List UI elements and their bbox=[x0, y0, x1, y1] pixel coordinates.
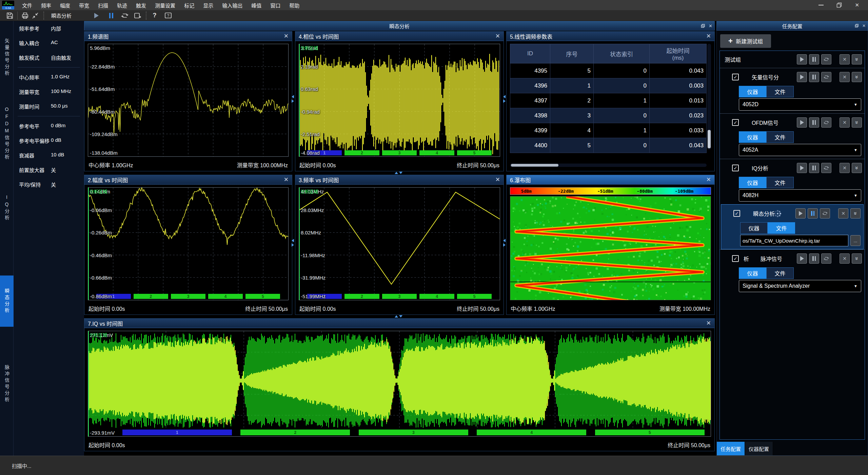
param-参考电平[interactable]: 参考电平0 dBm bbox=[14, 119, 84, 133]
minimize-icon[interactable] bbox=[818, 5, 824, 5]
pause-button[interactable] bbox=[809, 54, 819, 64]
param-前置放大器[interactable]: 前置放大器关 bbox=[14, 163, 84, 177]
sidebar-tab-1[interactable]: 矢量信号分析 bbox=[0, 32, 14, 83]
close-button[interactable]: ✕ bbox=[840, 163, 850, 173]
collapse-button[interactable]: » bbox=[852, 117, 862, 128]
loop-button[interactable] bbox=[821, 72, 831, 82]
splitter-handle[interactable] bbox=[502, 94, 506, 104]
sidebar-tab-5[interactable]: 脉冲信号分析 bbox=[0, 356, 14, 413]
new-window-button[interactable] bbox=[133, 11, 143, 20]
table-row[interactable]: 4396100.003 bbox=[510, 78, 707, 93]
sidebar-tab-2[interactable]: OFDM信号分析 bbox=[0, 101, 14, 166]
menu-item-2[interactable]: 频率 bbox=[37, 2, 56, 9]
device-dropdown[interactable]: 4082H▼ bbox=[739, 189, 861, 202]
close-button[interactable]: ✕ bbox=[840, 253, 850, 264]
task-item-header[interactable]: ✓OFDM信号✕» bbox=[720, 114, 865, 131]
workspace-titlebar[interactable]: 瞬态分析 ✕ bbox=[84, 21, 715, 31]
table-row[interactable]: 4398300.023 bbox=[510, 108, 707, 123]
column-header[interactable]: ID bbox=[510, 44, 550, 63]
loop-button[interactable] bbox=[821, 117, 831, 128]
task-item-header[interactable]: ✓矢量信号分✕» bbox=[720, 69, 865, 85]
float-icon[interactable] bbox=[855, 24, 859, 28]
param-触发模式[interactable]: 触发模式自由触发 bbox=[14, 50, 84, 65]
column-header[interactable]: 状态索引 bbox=[594, 44, 650, 63]
device-dropdown[interactable]: Signal & Spectrum Analyzer▼ bbox=[739, 280, 861, 292]
close-icon[interactable]: ✕ bbox=[706, 320, 711, 327]
help-icon[interactable]: ? bbox=[150, 11, 160, 20]
instrument-tab[interactable]: 仪器 bbox=[739, 86, 766, 97]
checkbox[interactable]: ✓ bbox=[732, 165, 739, 171]
pause-button[interactable] bbox=[809, 72, 819, 82]
collapse-button[interactable]: » bbox=[852, 253, 862, 264]
loop-button[interactable] bbox=[821, 253, 831, 264]
panel-frequency-titlebar[interactable]: 3.频率 vs 时间图✕ bbox=[295, 175, 504, 185]
splitter-handle[interactable] bbox=[393, 314, 403, 318]
menu-item-5[interactable]: 扫描 bbox=[94, 2, 113, 9]
horizontal-scrollbar[interactable] bbox=[510, 164, 707, 167]
table-row[interactable]: 4400500.043 bbox=[510, 138, 707, 153]
close-icon[interactable]: ✕ bbox=[495, 176, 500, 183]
close-icon[interactable]: ✕ bbox=[862, 23, 866, 28]
instrument-tab[interactable]: 仪器 bbox=[740, 222, 768, 234]
panel-amplitude-titlebar[interactable]: 2.幅度 vs 时间图✕ bbox=[84, 175, 292, 185]
file-tab[interactable]: 文件 bbox=[766, 267, 794, 279]
instrument-tab[interactable]: 仪器 bbox=[739, 267, 766, 279]
close-icon[interactable]: ✕ bbox=[706, 33, 711, 40]
collapse-button[interactable]: » bbox=[852, 163, 862, 173]
file-tab[interactable]: 文件 bbox=[766, 86, 794, 97]
loop-button[interactable] bbox=[821, 54, 831, 64]
menu-item-13[interactable]: 窗口 bbox=[266, 2, 285, 9]
play-button[interactable] bbox=[795, 208, 806, 218]
instrument-tab[interactable]: 仪器 bbox=[739, 177, 766, 188]
close-icon[interactable]: ✕ bbox=[709, 23, 712, 28]
dock-tab-2[interactable]: 仪器配置 bbox=[745, 442, 773, 455]
play-button[interactable] bbox=[797, 253, 807, 264]
panel-phase-titlebar[interactable]: 4.相位 vs 时间图✕ bbox=[295, 32, 504, 41]
param-衰减器[interactable]: 衰减器10 dB bbox=[14, 148, 84, 163]
table-row[interactable]: 4395500.043 bbox=[510, 63, 707, 78]
pause-button[interactable] bbox=[809, 117, 819, 128]
dock-tab-1[interactable]: 任务配置 bbox=[717, 442, 745, 455]
table-row[interactable]: 4399410.033 bbox=[510, 123, 707, 138]
file-path-input[interactable]: os/Ta/Ta_CW_UpDownChirp.iq.tar bbox=[740, 235, 848, 246]
instrument-tab[interactable]: 仪器 bbox=[739, 131, 766, 143]
menu-item-6[interactable]: 轨迹 bbox=[113, 2, 132, 9]
pause-button[interactable] bbox=[808, 208, 818, 218]
task-item-header[interactable]: ✓IQ分析✕» bbox=[720, 160, 865, 176]
sidebar-tab-4[interactable]: 瞬态分析 bbox=[0, 276, 14, 327]
collapse-button[interactable]: » bbox=[850, 208, 861, 218]
device-dropdown[interactable]: 4052A▼ bbox=[739, 144, 861, 156]
param-平均/保持[interactable]: 平均/保持关 bbox=[14, 177, 84, 192]
menu-item-9[interactable]: 标记 bbox=[180, 2, 199, 9]
device-dropdown[interactable]: 4052D▼ bbox=[739, 98, 861, 111]
menu-item-14[interactable]: 帮助 bbox=[285, 2, 304, 9]
splitter-handle[interactable] bbox=[291, 238, 295, 248]
menu-item-10[interactable]: 显示 bbox=[199, 2, 218, 9]
panel-table-titlebar[interactable]: 5.线性调频参数表✕ bbox=[507, 32, 714, 41]
play-button[interactable] bbox=[797, 117, 807, 128]
param-测量时间[interactable]: 测量时间50.0 μs bbox=[14, 99, 84, 114]
play-button[interactable] bbox=[91, 11, 101, 20]
close-icon[interactable]: ✕ bbox=[284, 33, 289, 40]
loop-button[interactable] bbox=[820, 208, 830, 218]
vertical-scrollbar[interactable] bbox=[707, 44, 711, 150]
test-group-header[interactable]: 测试组✕» bbox=[720, 51, 865, 68]
close-icon[interactable]: ✕ bbox=[706, 176, 711, 183]
menu-item-11[interactable]: 输入输出 bbox=[218, 2, 247, 9]
close-icon[interactable]: ✕ bbox=[284, 176, 289, 183]
splitter-handle[interactable] bbox=[393, 171, 403, 175]
task-panel-titlebar[interactable]: 任务配置 ✕ bbox=[716, 21, 868, 31]
loop-button[interactable] bbox=[821, 163, 831, 173]
pause-button[interactable] bbox=[809, 163, 819, 173]
print-icon[interactable] bbox=[20, 11, 30, 20]
close-button[interactable]: ✕ bbox=[840, 72, 850, 82]
collapse-button[interactable]: » bbox=[852, 54, 862, 64]
panel-spectrum-titlebar[interactable]: 1.频谱图✕ bbox=[84, 32, 292, 41]
table-row[interactable]: 4397210.013 bbox=[510, 93, 707, 108]
menu-item-1[interactable]: 文件 bbox=[18, 2, 37, 9]
task-item-header[interactable]: ✓析脉冲信号✕» bbox=[720, 250, 865, 267]
checkbox[interactable]: ✓ bbox=[732, 119, 739, 126]
checkbox[interactable]: ✓ bbox=[733, 210, 740, 217]
collapse-button[interactable]: » bbox=[852, 72, 862, 82]
file-tab[interactable]: 文件 bbox=[766, 177, 794, 188]
